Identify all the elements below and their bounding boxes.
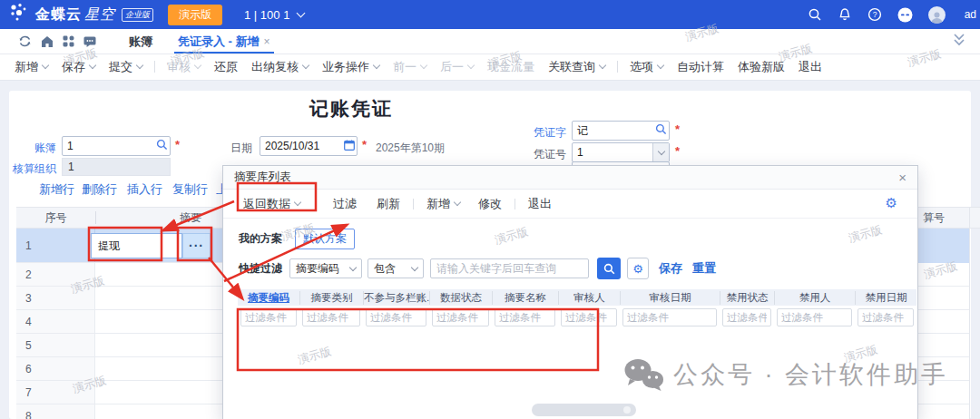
toolbar-save[interactable]: 保存: [62, 59, 95, 75]
date-field[interactable]: 2025/10/31: [260, 136, 358, 156]
column-filter-input[interactable]: [432, 308, 489, 326]
col-disable-status[interactable]: 禁用状态: [720, 291, 774, 305]
col-audit-date[interactable]: 审核日期: [620, 291, 720, 305]
refresh-button[interactable]: 刷新: [377, 196, 400, 212]
org-label: 核算组织: [11, 161, 56, 177]
toolbar-exit[interactable]: 退出: [799, 59, 822, 75]
column-filter-input[interactable]: [561, 308, 617, 326]
column-filter-input[interactable]: [858, 308, 914, 326]
column-filter-input[interactable]: [777, 308, 852, 326]
toolbar-add[interactable]: 新增: [15, 59, 48, 75]
tab-voucher-entry[interactable]: 凭证录入 - 新增 ×: [178, 29, 270, 54]
reset-plan-link[interactable]: 重置: [692, 260, 716, 277]
filter-field-select[interactable]: 摘要编码: [289, 258, 362, 278]
grid-row-5[interactable]: 5: [16, 334, 222, 357]
save-plan-link[interactable]: 保存: [659, 260, 682, 277]
column-filter-input[interactable]: [240, 308, 297, 326]
collapse-chevrons-icon[interactable]: [953, 33, 965, 51]
lookup-icon[interactable]: [655, 123, 667, 138]
message-icon[interactable]: [83, 35, 96, 48]
required-mark: *: [362, 138, 367, 151]
lookup-icon[interactable]: [156, 139, 168, 153]
horizontal-scrollbar[interactable]: [532, 404, 636, 416]
close-icon[interactable]: ×: [898, 171, 906, 184]
grid-row-6[interactable]: 6: [16, 357, 222, 381]
col-summary-code[interactable]: 摘要编码: [238, 291, 299, 305]
demo-version-badge[interactable]: 演示版: [168, 5, 222, 25]
column-filter-input[interactable]: [302, 308, 360, 326]
tab-account-books[interactable]: 账簿: [129, 34, 152, 50]
close-tab-icon[interactable]: ×: [264, 35, 270, 48]
workspace-selector[interactable]: 1 | 100 1: [244, 8, 304, 22]
col-auditor[interactable]: 审核人: [558, 291, 620, 305]
filter-operator-select[interactable]: 包含: [368, 258, 424, 278]
voucher-no-field[interactable]: 1: [572, 142, 670, 162]
toolbar-cash-flow[interactable]: 现金流量: [487, 59, 534, 75]
filter-settings-gear-icon[interactable]: ⚙: [627, 258, 649, 279]
gear-icon[interactable]: ⚙: [886, 195, 897, 211]
toolbar-related-query[interactable]: 关联查询: [548, 59, 605, 75]
chevron-down-icon[interactable]: [652, 143, 669, 161]
insert-row-link[interactable]: 插入行: [127, 181, 162, 198]
copy-row-link[interactable]: 复制行: [172, 181, 208, 198]
filter-button[interactable]: 过滤: [333, 196, 357, 212]
org-field: 1: [62, 158, 171, 176]
toolbar-previous[interactable]: 前一: [393, 59, 426, 75]
modify-button[interactable]: 修改: [478, 196, 502, 212]
grid-row-7[interactable]: 7: [16, 381, 222, 404]
summary-cell-input[interactable]: 提现: [91, 233, 182, 258]
column-filter-input[interactable]: [495, 308, 555, 326]
date-label: 日期: [230, 141, 252, 156]
search-icon[interactable]: [808, 7, 822, 22]
col-disable-date[interactable]: 禁用日期: [855, 291, 916, 305]
required-mark: *: [175, 138, 180, 151]
col-disabled-by[interactable]: 禁用人: [774, 291, 855, 305]
toolbar-auto-calc[interactable]: 自动计算: [677, 59, 724, 75]
col-multi-column[interactable]: 不参与多栏账...: [363, 291, 429, 305]
dialog-toolbar: 返回数据 过滤 刷新 新增 修改 退出 ⚙: [223, 190, 917, 219]
default-plan-button[interactable]: 默认方案: [295, 229, 355, 249]
notification-bell-icon[interactable]: [838, 7, 852, 22]
toolbar-business-ops[interactable]: 业务操作: [322, 59, 379, 75]
top-bar: 金蝶云星空 企业版 演示版 1 | 100 1 ? ad: [0, 0, 980, 29]
username-text[interactable]: ad: [950, 8, 976, 21]
grid-row-2[interactable]: 2: [16, 263, 222, 287]
assistant-icon[interactable]: [897, 7, 913, 23]
toolbar-restore[interactable]: 还原: [214, 59, 238, 75]
keyword-search-input[interactable]: [430, 258, 589, 278]
col-summary-category[interactable]: 摘要类别: [299, 291, 363, 305]
grid-row-3[interactable]: 3: [16, 287, 222, 310]
help-icon[interactable]: ?: [867, 7, 882, 22]
grid-row-4[interactable]: 4: [16, 310, 222, 334]
return-data-button[interactable]: 返回数据: [243, 196, 300, 212]
toolbar-try-new-version[interactable]: 体验新版: [738, 59, 785, 75]
calendar-icon[interactable]: [344, 140, 355, 153]
voucher-word-field[interactable]: 记: [572, 121, 670, 141]
delete-row-link[interactable]: 删除行: [82, 181, 117, 198]
apps-grid-icon[interactable]: [63, 35, 74, 47]
grid-row-8[interactable]: 8: [16, 404, 222, 419]
toolbar-audit[interactable]: 审核: [167, 59, 201, 75]
dialog-add-button[interactable]: 新增: [426, 196, 460, 212]
toolbar-next[interactable]: 后一: [440, 59, 474, 75]
search-button[interactable]: [597, 258, 621, 279]
user-avatar[interactable]: [928, 6, 946, 24]
column-filter-input[interactable]: [622, 308, 717, 326]
toolbar-submit[interactable]: 提交: [109, 59, 142, 75]
toolbar-separator: [154, 61, 155, 73]
sync-icon[interactable]: [18, 34, 32, 48]
home-icon[interactable]: [41, 35, 54, 48]
summary-lookup-button[interactable]: ···: [182, 233, 211, 258]
toolbar-options[interactable]: 选项: [630, 59, 663, 75]
col-data-status[interactable]: 数据状态: [429, 291, 492, 305]
grid-col-right: 算号: [918, 207, 980, 229]
nav-tab-bar: 账簿 凭证录入 - 新增 ×: [0, 29, 980, 54]
col-summary-name[interactable]: 摘要名称: [492, 291, 558, 305]
book-field[interactable]: 1: [62, 136, 171, 156]
toolbar-cashier-review[interactable]: 出纳复核: [251, 59, 309, 75]
dialog-exit-button[interactable]: 退出: [528, 196, 552, 212]
column-filter-input[interactable]: [366, 308, 426, 326]
add-row-link[interactable]: 新增行: [39, 181, 74, 198]
app-window: 金蝶云星空 企业版 演示版 1 | 100 1 ? ad: [0, 0, 980, 419]
column-filter-input[interactable]: [722, 308, 771, 326]
